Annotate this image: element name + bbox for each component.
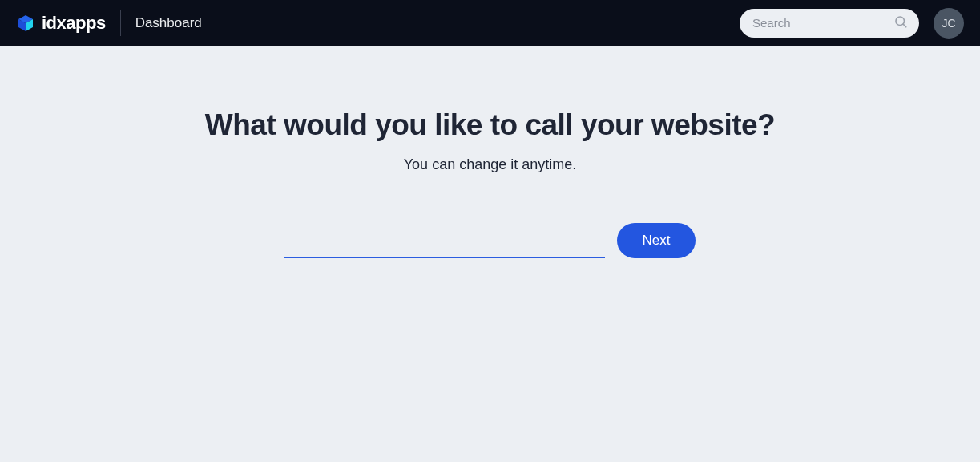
avatar[interactable]: JC	[934, 8, 964, 38]
main-content: What would you like to call your website…	[0, 46, 980, 258]
page-subtitle: You can change it anytime.	[404, 156, 576, 173]
app-header: idxapps Dashboard JC	[0, 0, 980, 46]
name-form-row: Next	[284, 223, 696, 258]
brand-logo[interactable]: idxapps	[16, 13, 106, 34]
cube-icon	[16, 14, 35, 33]
search-box	[740, 9, 919, 38]
header-divider	[120, 10, 121, 36]
page-title: What would you like to call your website…	[205, 108, 775, 142]
nav-dashboard[interactable]: Dashboard	[135, 15, 202, 31]
search-input[interactable]	[740, 9, 919, 38]
next-button[interactable]: Next	[617, 223, 696, 258]
website-name-input[interactable]	[284, 225, 605, 258]
brand-name: idxapps	[42, 13, 106, 34]
